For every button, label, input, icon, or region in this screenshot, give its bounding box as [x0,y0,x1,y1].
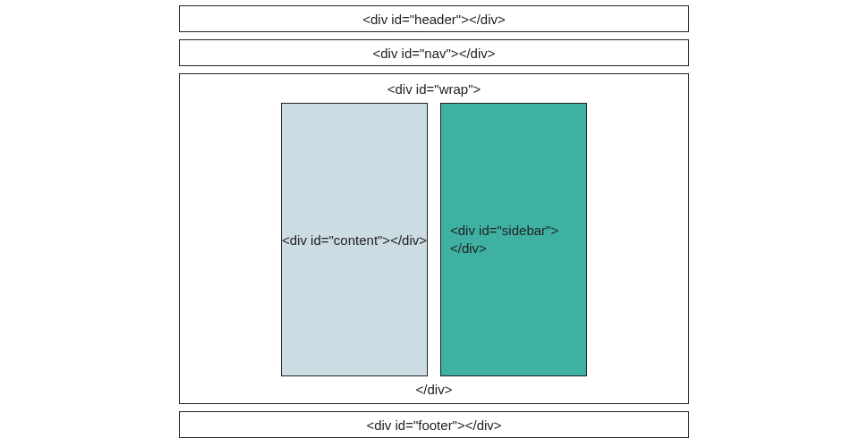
wrap-close-label: </div> [416,376,453,400]
wrap-inner-row: <div id="content"></div> <div id="sideba… [281,103,587,376]
nav-region: <div id="nav"></div> [179,39,689,66]
sidebar-line2: </div> [450,240,487,256]
header-label: <div id="header"></div> [362,12,506,27]
content-region: <div id="content"></div> [281,103,428,376]
header-region: <div id="header"></div> [179,5,689,32]
layout-diagram: <div id="header"></div> <div id="nav"></… [179,5,689,438]
wrap-open-label: <div id="wrap"> [387,80,481,103]
footer-region: <div id="footer"></div> [179,411,689,438]
content-label: <div id="content"></div> [282,232,427,248]
wrap-region: <div id="wrap"> <div id="content"></div>… [179,73,689,404]
sidebar-label: <div id="sidebar"> </div> [450,222,558,258]
footer-label: <div id="footer"></div> [366,417,501,433]
sidebar-region: <div id="sidebar"> </div> [440,103,587,376]
nav-label: <div id="nav"></div> [373,46,496,61]
sidebar-line1: <div id="sidebar"> [450,223,558,238]
